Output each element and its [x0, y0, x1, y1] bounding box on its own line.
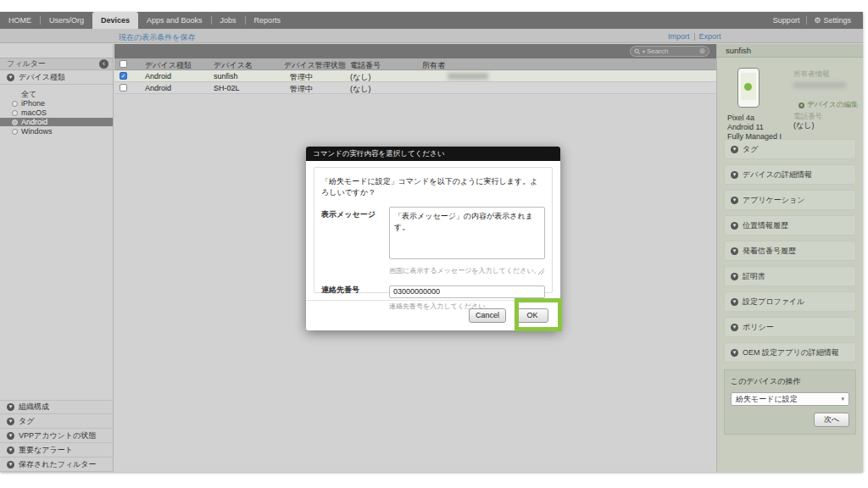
chevron-circle-icon: ▾ [731, 197, 738, 204]
device-type-list: 全て iPhone macOS Android Windows [0, 85, 113, 136]
device-specs: Pixel 4a Android 11 Fully Managed I [727, 114, 782, 141]
nav-tab-apps-and-books[interactable]: Apps and Books [138, 12, 211, 29]
resize-grip-icon[interactable] [538, 269, 544, 274]
clear-search-icon[interactable]: ⊗ [698, 47, 705, 55]
panel-section-oem-config[interactable]: ▾OEM 設定アプリの詳細情報 [724, 342, 856, 363]
top-navbar: HOME Users/Org Devices Apps and Books Jo… [0, 12, 863, 29]
search-input[interactable] [647, 47, 697, 55]
cancel-button[interactable]: Cancel [469, 308, 506, 323]
filter-section-device-type[interactable]: ▾ デバイス種類 [0, 70, 113, 85]
chevron-circle-icon: ▾ [7, 461, 14, 469]
cell-device-name: SH-02L [214, 84, 240, 92]
panel-section-device-details[interactable]: ▾デバイスの詳細情報 [724, 164, 856, 185]
sub-toolbar: 現在の表示条件を保存 Import Export [0, 29, 863, 43]
action-select[interactable]: 紛失モードに設定 ▾ [731, 392, 849, 406]
chevron-circle-icon: ▾ [731, 349, 738, 357]
collapse-sidebar-button[interactable]: ‹ [99, 59, 108, 69]
panel-section-label: 設定プロファイル [743, 297, 804, 308]
owner-name-redacted [793, 82, 846, 88]
device-type-iphone[interactable]: iPhone [0, 99, 113, 108]
filter-section-alerts[interactable]: ▾重要なアラート [0, 443, 113, 458]
nav-tab-users-org[interactable]: Users/Org [41, 12, 92, 29]
radio-icon [12, 119, 18, 125]
panel-section-call-history[interactable]: ▾発着信番号履歴 [724, 241, 856, 261]
select-all-checkbox[interactable] [120, 60, 127, 68]
nav-tab-reports[interactable]: Reports [246, 12, 290, 29]
edit-device-link[interactable]: ▾ デバイスの編集 [798, 100, 859, 110]
import-link[interactable]: Import [668, 32, 690, 41]
device-type-android[interactable]: Android [0, 118, 113, 126]
device-type-label: Android [21, 118, 47, 126]
device-type-macos[interactable]: macOS [0, 108, 113, 117]
panel-section-label: タグ [743, 144, 758, 155]
cell-status: 管理中 [290, 84, 313, 95]
search-box[interactable]: ▾ ⊗ [630, 46, 709, 57]
chevron-circle-icon: ▾ [731, 171, 738, 179]
panel-section-config-profiles[interactable]: ▾設定プロファイル [724, 291, 856, 312]
filter-section-label: デバイス種類 [19, 72, 65, 83]
panel-section-applications[interactable]: ▾アプリケーション [724, 190, 856, 210]
chevron-circle-icon: ▾ [731, 298, 738, 306]
device-type-label: Windows [21, 127, 53, 136]
display-message-textarea[interactable]: 「表示メッセージ」の内容が表示されます。 [389, 207, 545, 259]
device-photo [737, 68, 760, 108]
device-panel-header: sunfish [717, 44, 863, 58]
panel-section-certificates[interactable]: ▾証明書 [724, 266, 856, 286]
settings-label: Settings [823, 16, 851, 25]
filter-section-label: 組織構成 [19, 402, 49, 413]
cell-device-type: Android [145, 72, 171, 80]
chevron-circle-icon: ▾ [731, 222, 738, 230]
row-checkbox-checked[interactable]: ✓ [120, 72, 127, 80]
device-type-windows[interactable]: Windows [0, 127, 113, 136]
chevron-circle-icon: ▾ [7, 432, 14, 440]
table-header-row: デバイス種類 デバイス名 デバイス管理状態 電話番号 所有者 [114, 58, 716, 70]
link-divider [694, 33, 695, 41]
modal-title-text: コマンドの実行内容を選択してください [313, 149, 444, 159]
nav-tab-home[interactable]: HOME [0, 12, 40, 29]
next-button[interactable]: 次へ [814, 413, 849, 427]
panel-section-label: アプリケーション [743, 195, 804, 206]
search-scope-dropdown-icon[interactable]: ▾ [643, 48, 645, 54]
settings-link[interactable]: ⚙Settings [807, 12, 858, 29]
filter-section-org[interactable]: ▾組織構成 [0, 400, 113, 414]
display-message-label: 表示メッセージ [321, 207, 389, 275]
panel-section-location-history[interactable]: ▾位置情報履歴 [724, 215, 856, 236]
nav-tab-jobs[interactable]: Jobs [212, 12, 245, 29]
cell-phone: (なし) [350, 84, 370, 95]
cell-device-name: sunfish [214, 72, 238, 80]
action-select-value: 紛失モードに設定 [736, 394, 841, 405]
row-checkbox-unchecked[interactable] [120, 84, 127, 92]
radio-icon [12, 110, 18, 116]
ok-button[interactable]: OK [516, 308, 548, 323]
table-row[interactable]: Android SH-02L 管理中 (なし) [114, 82, 716, 94]
support-link[interactable]: Support [766, 12, 807, 29]
chevron-circle-icon: ▾ [731, 273, 738, 280]
device-type-label: macOS [21, 108, 47, 117]
display-message-help: 画面に表示するメッセージを入力してください。 [389, 266, 545, 275]
panel-section-policies[interactable]: ▾ポリシー [724, 317, 856, 337]
owner-info-block: 所有者情報 [793, 69, 846, 88]
filter-section-tags[interactable]: ▾タグ [0, 414, 113, 429]
device-os: Android 11 [727, 123, 782, 132]
table-toolbar: ▾ ⊗ [114, 44, 716, 58]
device-photo-screen [741, 73, 756, 100]
chevron-circle-icon: ▾ [7, 446, 14, 454]
nav-tab-devices[interactable]: Devices [92, 12, 138, 29]
contact-number-input[interactable] [389, 286, 545, 298]
filter-section-vpp[interactable]: ▾VPPアカウントの状態 [0, 429, 113, 443]
edit-device-label: デバイスの編集 [807, 100, 859, 110]
device-type-all[interactable]: 全て [0, 90, 113, 98]
save-current-view-link[interactable]: 現在の表示条件を保存 [119, 32, 195, 43]
filter-bottom-sections: ▾組織構成 ▾タグ ▾VPPアカウントの状態 ▾重要なアラート ▾保存されたフィ… [0, 400, 113, 472]
device-actions-panel: このデバイスの操作 紛失モードに設定 ▾ 次へ [724, 369, 856, 435]
filter-section-label: タグ [19, 416, 34, 427]
panel-section-label: デバイスの詳細情報 [743, 169, 812, 180]
panel-section-tags[interactable]: ▾タグ [724, 139, 856, 159]
gear-icon: ⚙ [814, 16, 821, 25]
table-row[interactable]: ✓ Android sunfish 管理中 (なし) [114, 70, 716, 82]
panel-section-label: ポリシー [743, 322, 774, 333]
chevron-down-icon: ▾ [841, 396, 844, 402]
panel-section-label: 証明書 [743, 271, 765, 282]
export-link[interactable]: Export [699, 32, 721, 41]
filter-section-saved-filters[interactable]: ▾保存されたフィルター [0, 458, 113, 472]
